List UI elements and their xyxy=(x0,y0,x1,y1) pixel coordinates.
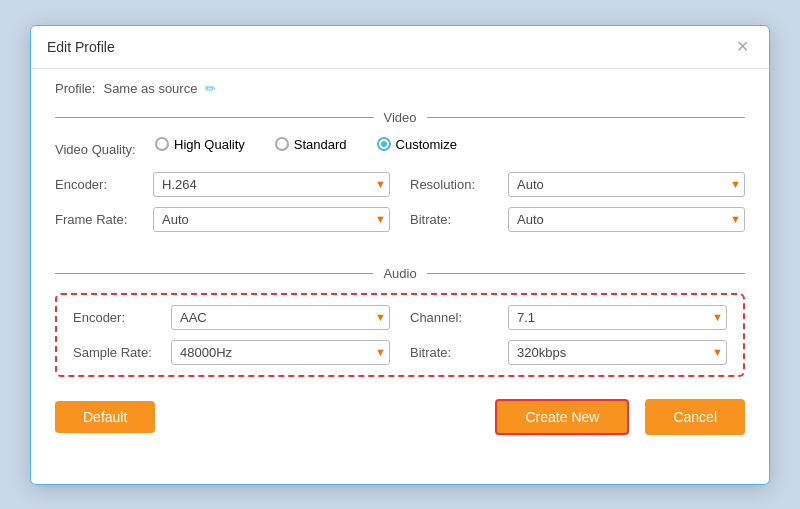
framerate-bitrate-row: Frame Rate: Auto 23.97 24 25 29.97 30 60… xyxy=(55,207,745,232)
audio-bitrate-group: Bitrate: 320kbps 256kbps 192kbps 128kbps… xyxy=(410,340,727,365)
encoder-group: Encoder: H.264 H.265 MPEG-4 MPEG-2 ▼ xyxy=(55,172,390,197)
cancel-button[interactable]: Cancel xyxy=(645,399,745,435)
framerate-group: Frame Rate: Auto 23.97 24 25 29.97 30 60… xyxy=(55,207,390,232)
audio-section-wrapper: Encoder: AAC MP3 AC3 WMA ▼ Channel: xyxy=(55,293,745,377)
video-bitrate-group: Bitrate: Auto 8000kbps 6000kbps 4000kbps… xyxy=(410,207,745,232)
bottom-buttons: Default Create New Cancel xyxy=(55,391,745,439)
framerate-select-wrapper: Auto 23.97 24 25 29.97 30 60 ▼ xyxy=(153,207,390,232)
radio-high-quality[interactable]: High Quality xyxy=(155,137,245,152)
radio-standard-circle xyxy=(275,137,289,151)
video-quality-label: Video Quality: xyxy=(55,142,155,157)
profile-value: Same as source xyxy=(103,81,197,96)
audio-bitrate-select[interactable]: 320kbps 256kbps 192kbps 128kbps xyxy=(508,340,727,365)
radio-customize[interactable]: Customize xyxy=(377,137,457,152)
resolution-select[interactable]: Auto 1920x1080 1280x720 640x480 xyxy=(508,172,745,197)
video-quality-row: Video Quality: High Quality Standard Cus… xyxy=(55,137,745,162)
video-encoder-resolution-row: Encoder: H.264 H.265 MPEG-4 MPEG-2 ▼ Res… xyxy=(55,172,745,197)
samplerate-group: Sample Rate: 48000Hz 44100Hz 32000Hz 220… xyxy=(73,340,390,365)
encoder-select[interactable]: H.264 H.265 MPEG-4 MPEG-2 xyxy=(153,172,390,197)
audio-section-divider: Audio xyxy=(55,266,745,281)
profile-row: Profile: Same as source ✏ xyxy=(55,81,745,96)
audio-encoder-select-wrapper: AAC MP3 AC3 WMA ▼ xyxy=(171,305,390,330)
samplerate-label: Sample Rate: xyxy=(73,345,163,360)
samplerate-select-wrapper: 48000Hz 44100Hz 32000Hz 22050Hz ▼ xyxy=(171,340,390,365)
audio-encoder-group: Encoder: AAC MP3 AC3 WMA ▼ xyxy=(73,305,390,330)
channel-group: Channel: 7.1 5.1 Stereo Mono ▼ xyxy=(410,305,727,330)
default-button[interactable]: Default xyxy=(55,401,155,433)
radio-standard-label: Standard xyxy=(294,137,347,152)
audio-encoder-label: Encoder: xyxy=(73,310,163,325)
radio-customize-label: Customize xyxy=(396,137,457,152)
video-section-divider: Video xyxy=(55,110,745,125)
encoder-select-wrapper: H.264 H.265 MPEG-4 MPEG-2 ▼ xyxy=(153,172,390,197)
radio-standard[interactable]: Standard xyxy=(275,137,347,152)
video-bitrate-label: Bitrate: xyxy=(410,212,500,227)
video-bitrate-select-wrapper: Auto 8000kbps 6000kbps 4000kbps ▼ xyxy=(508,207,745,232)
audio-bitrate-label: Bitrate: xyxy=(410,345,500,360)
video-bitrate-select[interactable]: Auto 8000kbps 6000kbps 4000kbps xyxy=(508,207,745,232)
radio-high-quality-label: High Quality xyxy=(174,137,245,152)
channel-select[interactable]: 7.1 5.1 Stereo Mono xyxy=(508,305,727,330)
dialog-title: Edit Profile xyxy=(47,39,115,55)
audio-bitrate-select-wrapper: 320kbps 256kbps 192kbps 128kbps ▼ xyxy=(508,340,727,365)
profile-label: Profile: xyxy=(55,81,95,96)
audio-divider-line-left xyxy=(55,273,373,274)
edit-profile-icon[interactable]: ✏ xyxy=(205,81,216,96)
framerate-select[interactable]: Auto 23.97 24 25 29.97 30 60 xyxy=(153,207,390,232)
edit-profile-dialog: Edit Profile ✕ Profile: Same as source ✏… xyxy=(30,25,770,485)
divider-line-right xyxy=(427,117,746,118)
audio-encoder-select[interactable]: AAC MP3 AC3 WMA xyxy=(171,305,390,330)
samplerate-select[interactable]: 48000Hz 44100Hz 32000Hz 22050Hz xyxy=(171,340,390,365)
spacer xyxy=(55,242,745,258)
radio-customize-circle xyxy=(377,137,391,151)
resolution-select-wrapper: Auto 1920x1080 1280x720 640x480 ▼ xyxy=(508,172,745,197)
samplerate-audiobitrate-row: Sample Rate: 48000Hz 44100Hz 32000Hz 220… xyxy=(73,340,727,365)
resolution-label: Resolution: xyxy=(410,177,500,192)
video-quality-radio-group: High Quality Standard Customize xyxy=(155,137,457,152)
radio-high-quality-circle xyxy=(155,137,169,151)
encoder-label: Encoder: xyxy=(55,177,145,192)
right-buttons: Create New Cancel xyxy=(495,399,745,435)
channel-select-wrapper: 7.1 5.1 Stereo Mono ▼ xyxy=(508,305,727,330)
close-button[interactable]: ✕ xyxy=(731,36,753,58)
divider-line-left xyxy=(55,117,374,118)
video-section-title: Video xyxy=(384,110,417,125)
title-bar: Edit Profile ✕ xyxy=(31,26,769,69)
audio-divider-line-right xyxy=(427,273,745,274)
resolution-group: Resolution: Auto 1920x1080 1280x720 640x… xyxy=(410,172,745,197)
channel-label: Channel: xyxy=(410,310,500,325)
audio-section-title: Audio xyxy=(383,266,416,281)
dialog-body: Profile: Same as source ✏ Video Video Qu… xyxy=(31,69,769,455)
create-new-button[interactable]: Create New xyxy=(495,399,629,435)
audio-encoder-channel-row: Encoder: AAC MP3 AC3 WMA ▼ Channel: xyxy=(73,305,727,330)
framerate-label: Frame Rate: xyxy=(55,212,145,227)
